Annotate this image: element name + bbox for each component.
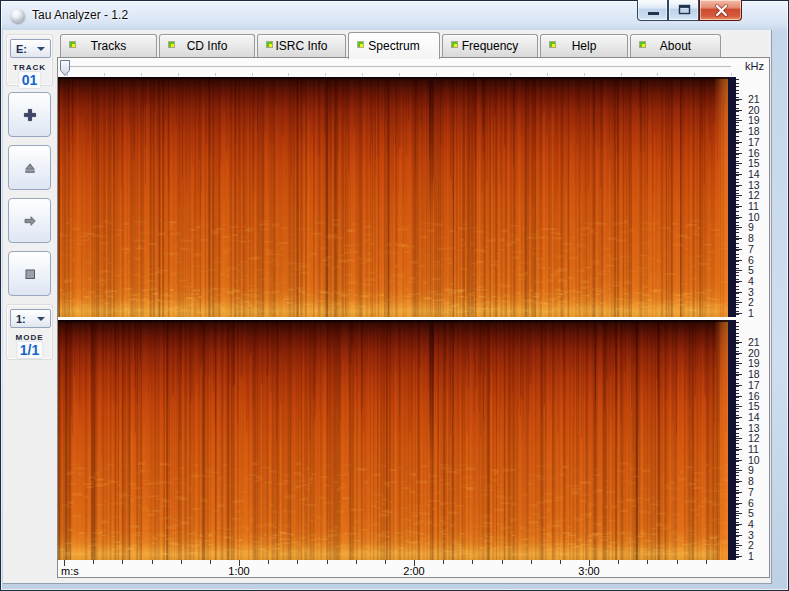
freq-tick bbox=[736, 161, 739, 162]
client-area: E: TRACK 01 1: bbox=[3, 30, 772, 584]
freq-tick-major bbox=[736, 292, 742, 293]
spectrogram-right-channel bbox=[58, 320, 736, 560]
next-button[interactable] bbox=[8, 198, 51, 243]
freq-tick bbox=[736, 190, 739, 191]
tab-flag-icon bbox=[358, 42, 363, 47]
freq-tick bbox=[736, 450, 739, 451]
slider-tick bbox=[657, 73, 658, 76]
position-slider-thumb[interactable] bbox=[60, 60, 70, 76]
freq-tick bbox=[736, 168, 739, 169]
slider-tick bbox=[731, 73, 732, 76]
freq-axis-right: 212019181716151413121110987654321 bbox=[736, 320, 771, 560]
freq-tick bbox=[736, 211, 739, 212]
time-tick bbox=[531, 560, 532, 564]
stop-button[interactable] bbox=[8, 251, 51, 296]
time-tick bbox=[706, 560, 707, 564]
freq-tick bbox=[736, 115, 739, 116]
freq-tick bbox=[736, 390, 739, 391]
window-title: Tau Analyzer - 1.2 bbox=[32, 8, 128, 22]
minimize-button[interactable] bbox=[637, 0, 668, 21]
freq-tick bbox=[736, 300, 739, 301]
freq-tick-major bbox=[736, 217, 742, 218]
freq-tick bbox=[736, 486, 739, 487]
play-button[interactable] bbox=[8, 92, 51, 137]
freq-tick bbox=[736, 322, 739, 323]
freq-tick-major bbox=[736, 363, 742, 364]
position-slider-track[interactable] bbox=[62, 66, 731, 68]
drive-select[interactable]: E: bbox=[10, 39, 51, 58]
freq-tick bbox=[736, 207, 739, 208]
tab-flag-icon bbox=[550, 42, 555, 47]
arrow-right-icon bbox=[22, 213, 38, 229]
freq-tick-label: 1 bbox=[748, 550, 754, 562]
freq-tick-major bbox=[736, 238, 742, 239]
freq-tick bbox=[736, 297, 739, 298]
freq-tick-major bbox=[736, 417, 742, 418]
freq-tick bbox=[736, 368, 739, 369]
slider-tick bbox=[399, 73, 400, 76]
tab-flag-icon bbox=[267, 42, 272, 47]
freq-tick-major bbox=[736, 535, 742, 536]
freq-tick bbox=[736, 222, 739, 223]
freq-tick bbox=[736, 232, 739, 233]
freq-tick bbox=[736, 215, 739, 216]
time-axis-unit: m:s bbox=[61, 565, 79, 577]
slider-tick bbox=[584, 73, 585, 76]
freq-tick bbox=[736, 239, 739, 240]
eject-button[interactable] bbox=[8, 145, 51, 190]
time-tick bbox=[385, 560, 386, 564]
freq-tick bbox=[736, 304, 739, 305]
freq-tick bbox=[736, 118, 739, 119]
time-tick bbox=[502, 560, 503, 564]
freq-tick-major bbox=[736, 342, 742, 343]
slider-tick bbox=[67, 73, 68, 76]
freq-tick bbox=[736, 175, 739, 176]
tab-cd-info[interactable]: CD Info bbox=[159, 34, 255, 57]
tab-about[interactable]: About bbox=[630, 34, 721, 57]
freq-tick-major bbox=[736, 270, 742, 271]
freq-tick bbox=[736, 518, 739, 519]
tab-flag-icon bbox=[70, 42, 75, 47]
slider-tick bbox=[510, 73, 511, 76]
freq-tick-major bbox=[736, 131, 742, 132]
freq-tick-major bbox=[736, 227, 742, 228]
speed-select[interactable]: 1: bbox=[10, 309, 51, 328]
tab-help[interactable]: Help bbox=[540, 34, 628, 57]
freq-tick bbox=[736, 400, 739, 401]
maximize-button[interactable] bbox=[668, 0, 699, 21]
freq-tick bbox=[736, 150, 739, 151]
freq-tick bbox=[736, 522, 739, 523]
freq-tick bbox=[736, 104, 739, 105]
close-button[interactable] bbox=[699, 0, 742, 21]
freq-tick bbox=[736, 383, 739, 384]
freq-tick-major bbox=[736, 406, 742, 407]
freq-tick bbox=[736, 493, 739, 494]
tab-isrc-info[interactable]: ISRC Info bbox=[257, 34, 346, 57]
tab-frequency[interactable]: Frequency bbox=[442, 34, 538, 57]
freq-tick-major bbox=[736, 153, 742, 154]
freq-tick bbox=[736, 540, 739, 541]
tab-spectrum[interactable]: Spectrum bbox=[348, 32, 440, 59]
freq-tick bbox=[736, 108, 739, 109]
freq-tick bbox=[736, 525, 739, 526]
freq-tick bbox=[736, 490, 739, 491]
freq-tick bbox=[736, 329, 739, 330]
freq-tick bbox=[736, 361, 739, 362]
freq-tick bbox=[736, 543, 739, 544]
freq-tick bbox=[736, 532, 739, 533]
freq-tick bbox=[736, 479, 739, 480]
freq-tick bbox=[736, 125, 739, 126]
track-number: 01 bbox=[18, 71, 42, 89]
maximize-icon bbox=[669, 0, 700, 21]
freq-tick bbox=[736, 279, 739, 280]
freq-tick bbox=[736, 507, 739, 508]
time-tick bbox=[618, 560, 619, 564]
freq-tick bbox=[736, 447, 739, 448]
freq-tick bbox=[736, 140, 739, 141]
freq-tick bbox=[736, 408, 739, 409]
time-tick bbox=[93, 560, 94, 564]
tab-tracks[interactable]: Tracks bbox=[60, 34, 157, 57]
minimize-icon bbox=[638, 0, 669, 21]
freq-tick-major bbox=[736, 185, 742, 186]
freq-tick-major bbox=[736, 470, 742, 471]
